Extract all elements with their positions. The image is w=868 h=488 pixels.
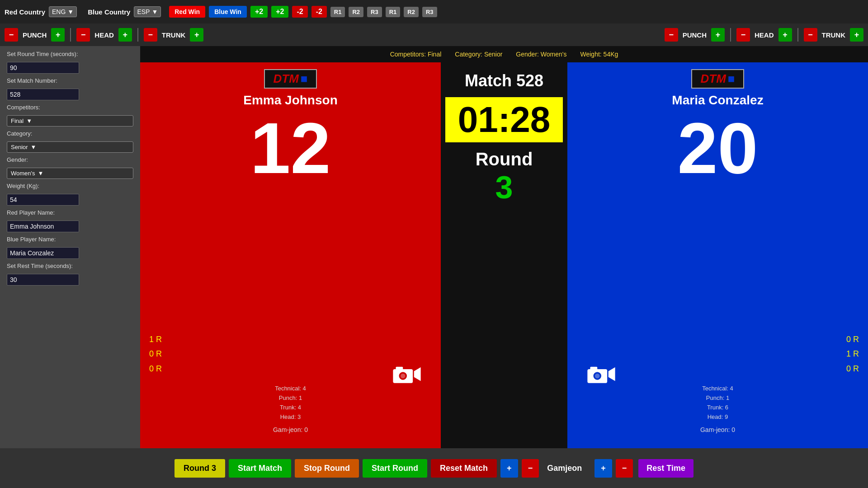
svg-rect-4 [396, 367, 403, 370]
blue-score: 20 [678, 112, 758, 184]
red-trunk: Trunk: 4 [273, 403, 308, 413]
round-button[interactable]: Round 3 [175, 459, 225, 478]
blue-player-name: Maria Conzalez [672, 93, 763, 108]
divider-1 [70, 28, 71, 42]
svg-marker-1 [414, 367, 421, 381]
start-round-button[interactable]: Start Round [363, 459, 427, 478]
blue-country-select[interactable]: ESP ▼ [134, 6, 161, 17]
red-round-stats: 1 R 0 R 0 R [149, 332, 162, 376]
r1b-button[interactable]: R1 [386, 7, 401, 17]
competitors-value: Final [11, 117, 24, 124]
gamjeon-plus2-button[interactable]: + [594, 459, 612, 478]
gender-select[interactable]: Women's ▼ [7, 168, 133, 179]
red-country-select[interactable]: ENG ▼ [49, 6, 77, 17]
blue-camera-icon [585, 361, 617, 389]
category-arrow: ▼ [31, 144, 37, 150]
r2b-button[interactable]: R2 [404, 7, 419, 17]
red-head-minus[interactable]: − [76, 28, 90, 42]
match-title: Match 528 [465, 71, 543, 90]
red-stats: Technical: 4 Punch: 1 Trunk: 4 Head: 3 G… [273, 384, 308, 435]
minus2-button-1[interactable]: -2 [292, 6, 307, 18]
svg-point-3 [401, 374, 406, 379]
bottom-bar: Round 3 Start Match Stop Round Start Rou… [0, 448, 868, 488]
red-round3: 0 R [149, 361, 162, 376]
red-gam-jeon: Gam-jeon: 0 [273, 425, 308, 435]
reset-match-button[interactable]: Reset Match [431, 459, 497, 478]
red-head-plus[interactable]: + [118, 28, 132, 42]
sidebar: Set Round Time (seconds): Set Match Numb… [0, 46, 140, 448]
r2-button[interactable]: R2 [349, 7, 363, 17]
blue-gam-jeon: Gam-jeon: 0 [700, 425, 735, 435]
controls-bar: − PUNCH + − HEAD + − TRUNK + − PUNCH + −… [0, 23, 868, 46]
red-punch-plus[interactable]: + [51, 28, 65, 42]
gamjeon-plus-button[interactable]: + [500, 459, 518, 478]
red-trunk-plus[interactable]: + [190, 28, 203, 42]
blue-trunk-minus[interactable]: − [804, 28, 817, 42]
plus2-button-1[interactable]: +2 [250, 6, 268, 18]
category-value: Senior [11, 144, 28, 150]
stop-round-button[interactable]: Stop Round [295, 459, 359, 478]
plus2-button-2[interactable]: +2 [271, 6, 288, 18]
rest-time-label: Set Rest Time (seconds): [7, 263, 133, 269]
competitors-select[interactable]: Final ▼ [7, 115, 133, 127]
info-weight: Weight: 54Kg [580, 51, 618, 58]
blue-player-input[interactable] [7, 247, 79, 259]
blue-head: Head: 9 [700, 413, 735, 422]
gamjeon-minus-button[interactable]: − [522, 459, 539, 478]
rest-time-input[interactable] [7, 274, 79, 286]
svg-rect-9 [590, 367, 598, 370]
r1-button[interactable]: R1 [330, 7, 345, 17]
rest-time-button[interactable]: Rest Time [638, 459, 693, 478]
category-select[interactable]: Senior ▼ [7, 141, 133, 153]
blue-punch: Punch: 1 [700, 394, 735, 403]
blue-head-plus[interactable]: + [778, 28, 792, 42]
round-time-input[interactable] [7, 62, 79, 74]
weight-input[interactable] [7, 194, 79, 206]
divider-2 [137, 28, 138, 42]
red-punch-minus[interactable]: − [5, 28, 18, 42]
blue-round3: 0 R [846, 361, 859, 376]
info-bar: Competitors: Final Category: Senior Gend… [140, 46, 868, 62]
red-trunk-label: TRUNK [162, 31, 186, 39]
blue-win-button[interactable]: Blue Win [209, 6, 247, 18]
red-camera-icon [391, 361, 423, 389]
gamjeon-minus2-button[interactable]: − [616, 459, 633, 478]
info-gender: Gender: Women's [516, 51, 566, 58]
divider-3 [730, 28, 731, 42]
red-player-input[interactable] [7, 221, 79, 232]
red-trunk-minus[interactable]: − [144, 28, 157, 42]
round-label: Round [476, 149, 533, 169]
info-competitors: Competitors: Final [390, 51, 442, 58]
red-head-label: HEAD [94, 31, 114, 39]
info-category: Category: Senior [455, 51, 502, 58]
gender-arrow: ▼ [38, 170, 44, 177]
blue-punch-plus[interactable]: + [711, 28, 725, 42]
gender-value: Women's [11, 170, 35, 177]
blue-head-minus[interactable]: − [736, 28, 750, 42]
r3b-button[interactable]: R3 [422, 7, 437, 17]
center-area: Competitors: Final Category: Senior Gend… [140, 46, 868, 448]
blue-round2: 1 R [846, 347, 859, 361]
blue-head-label: HEAD [755, 31, 774, 39]
blue-punch-minus[interactable]: − [665, 28, 678, 42]
red-player-name: Emma Johnson [243, 93, 337, 108]
red-country-arrow: ▼ [67, 8, 74, 15]
timer-panel: Match 528 01:28 Round 3 [441, 62, 567, 448]
blue-trunk: Trunk: 6 [700, 403, 735, 413]
r3-button[interactable]: R3 [367, 7, 382, 17]
blue-country-value: ESP [137, 8, 150, 15]
weight-label: Weight (Kg): [7, 183, 133, 189]
minus2-button-2[interactable]: -2 [311, 6, 327, 18]
blue-round-stats: 0 R 1 R 0 R [846, 332, 859, 376]
match-number-input[interactable] [7, 89, 79, 100]
blue-round1: 0 R [846, 332, 859, 347]
red-win-button[interactable]: Red Win [169, 6, 205, 18]
red-logo: DTM ■ [264, 69, 316, 89]
red-panel: DTM ■ Emma Johnson 12 1 R 0 R 0 R [140, 62, 441, 448]
timer-value: 01:28 [458, 99, 551, 140]
red-head: Head: 3 [273, 413, 308, 422]
blue-trunk-plus[interactable]: + [850, 28, 863, 42]
competitors-label: Competitors: [7, 104, 133, 111]
start-match-button[interactable]: Start Match [229, 459, 291, 478]
blue-stats: Technical: 4 Punch: 1 Trunk: 6 Head: 9 G… [700, 384, 735, 435]
